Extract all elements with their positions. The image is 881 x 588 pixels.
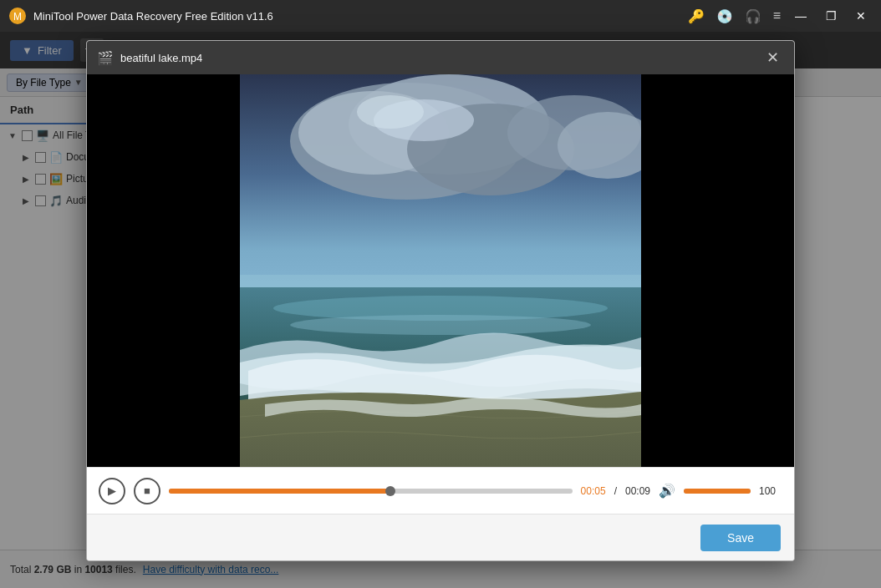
video-black-right	[641, 74, 794, 467]
volume-icon[interactable]: 🔊	[659, 483, 675, 499]
key-icon[interactable]: 🔑	[688, 8, 705, 24]
play-button[interactable]: ▶	[99, 478, 125, 504]
modal-overlay: 🎬 beatiful lake.mp4 ✕	[0, 32, 881, 588]
time-separator: /	[614, 485, 617, 497]
video-black-left	[87, 74, 240, 467]
disc-icon[interactable]: 💿	[716, 8, 733, 24]
app-logo-icon: M	[8, 7, 27, 25]
video-content	[240, 74, 641, 467]
title-bar: M MiniTool Power Data Recovery Free Edit…	[0, 0, 881, 32]
volume-fill	[684, 489, 751, 494]
current-time: 00:05	[581, 485, 606, 497]
app-window: M MiniTool Power Data Recovery Free Edit…	[0, 0, 881, 588]
modal-title-text: beatiful lake.mp4	[120, 52, 754, 64]
close-button[interactable]: ✕	[849, 4, 873, 28]
svg-point-14	[290, 315, 591, 335]
modal-footer: Save	[87, 514, 794, 560]
progress-thumb[interactable]	[385, 486, 395, 496]
window-controls: — ❐ ✕	[789, 4, 873, 28]
preview-modal: 🎬 beatiful lake.mp4 ✕	[86, 40, 795, 561]
video-area	[87, 74, 794, 467]
minimize-button[interactable]: —	[789, 4, 812, 28]
modal-close-button[interactable]: ✕	[761, 46, 784, 69]
beach-scene-svg	[240, 74, 641, 467]
menu-icon[interactable]: ≡	[773, 8, 781, 23]
progress-bar[interactable]	[169, 489, 573, 494]
svg-text:M: M	[13, 11, 22, 23]
stop-button[interactable]: ■	[134, 478, 160, 504]
progress-fill	[169, 489, 390, 494]
headset-icon[interactable]: 🎧	[745, 8, 761, 24]
modal-title-bar: 🎬 beatiful lake.mp4 ✕	[87, 41, 794, 74]
play-icon: ▶	[108, 484, 116, 497]
video-controls-bar: ▶ ■ 00:05 / 00:09 🔊	[87, 467, 794, 514]
total-time: 00:09	[625, 485, 650, 497]
stop-icon: ■	[144, 484, 150, 497]
maximize-button[interactable]: ❐	[819, 4, 843, 28]
video-file-icon: 🎬	[97, 50, 114, 66]
svg-point-10	[357, 95, 424, 129]
volume-label: 100	[759, 485, 782, 497]
save-button[interactable]: Save	[700, 525, 781, 551]
app-title: MiniTool Power Data Recovery Free Editio…	[33, 10, 688, 23]
title-bar-icons: 🔑 💿 🎧 ≡	[688, 8, 781, 24]
volume-bar[interactable]	[684, 489, 751, 494]
